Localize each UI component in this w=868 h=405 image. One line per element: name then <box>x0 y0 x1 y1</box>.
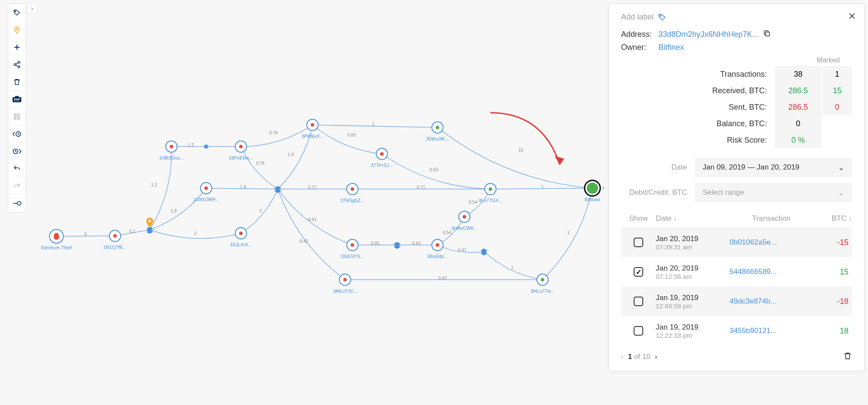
graph-node[interactable]: 1DNU3RP... <box>193 183 219 202</box>
graph-node[interactable]: 16JLXnf... <box>230 228 252 247</box>
stat-row: Received, BTC: 286.5 15 <box>621 82 852 99</box>
svg-text:3Le77GX...: 3Le77GX... <box>478 198 503 203</box>
col-date[interactable]: Date ↓ <box>656 214 730 223</box>
svg-text:0.71: 0.71 <box>417 185 425 190</box>
graph-node[interactable]: 38ojGtp... <box>427 239 448 259</box>
svg-text:38ojGtp...: 38ojGtp... <box>427 254 448 259</box>
graph-node[interactable] <box>394 242 401 249</box>
svg-point-44 <box>148 220 151 222</box>
svg-text:1: 1 <box>372 122 375 127</box>
tx-checkbox[interactable] <box>634 267 643 277</box>
svg-text:3DtbuXK...: 3DtbuXK... <box>426 136 449 141</box>
stat-row: Balance, BTC: 0 <box>621 115 852 132</box>
svg-text:3AEuY32...: 3AEuY32... <box>333 288 357 294</box>
chevron-down-icon: ⌄ <box>838 188 844 197</box>
svg-point-55 <box>239 145 243 148</box>
graph-node[interactable]: 3HLu77w... <box>530 274 554 294</box>
prev-page-button[interactable]: ‹ <box>621 353 624 361</box>
svg-point-70 <box>380 152 384 156</box>
svg-text:37TFrSJ...: 37TFrSJ... <box>371 163 393 168</box>
export-tool[interactable]: EXP <box>8 91 26 108</box>
address-value[interactable]: 33d8Dm2hyJx6NHhHep7K... <box>658 30 759 39</box>
close-icon[interactable] <box>848 12 856 22</box>
svg-text:1: 1 <box>541 185 544 189</box>
col-btc[interactable]: BTC ↓ <box>813 214 852 223</box>
trash-tool[interactable] <box>8 73 26 91</box>
svg-text:Electrum Thief: Electrum Thief <box>41 245 72 250</box>
expand-toolbar-button[interactable]: › <box>27 3 37 14</box>
svg-text:0.76: 0.76 <box>256 161 265 166</box>
stats-table: Marked Transactions: 38 1Received, BTC: … <box>621 56 852 148</box>
svg-text:0.41: 0.41 <box>458 248 467 252</box>
tx-checkbox[interactable] <box>634 297 643 306</box>
graph-node[interactable]: 3P6BjvX... <box>301 119 323 139</box>
date-filter-label: Date <box>621 163 695 172</box>
graph-node[interactable]: 1HBSGvs... <box>159 141 184 160</box>
time-forward-tool[interactable] <box>8 143 26 160</box>
stat-row: Risk Score: 0 % <box>621 132 852 148</box>
svg-text:3P6BjvX...: 3P6BjvX... <box>301 134 323 139</box>
graph-node[interactable]: 33rESYS... <box>341 239 364 259</box>
graph-node[interactable]: 37TFrSJ... <box>371 148 393 168</box>
graph-node[interactable]: 3DtbuXK... <box>426 122 449 141</box>
tag-tool[interactable] <box>8 4 26 21</box>
svg-point-85 <box>541 278 544 281</box>
graph-node[interactable]: Electrum Thief <box>41 229 72 250</box>
svg-point-64 <box>351 243 354 247</box>
svg-rect-6 <box>15 96 19 97</box>
tx-checkbox[interactable] <box>634 238 643 247</box>
range-filter-label: Debit/Credit, BTC <box>621 188 695 197</box>
svg-text:Bitfinex: Bitfinex <box>585 197 601 202</box>
tx-checkbox[interactable] <box>634 326 643 336</box>
svg-point-3 <box>14 63 16 65</box>
tx-hash-link[interactable]: 0b01062a5e... <box>730 238 777 246</box>
tx-hash-link[interactable]: 49dc3e874b... <box>730 297 776 305</box>
add-label-button[interactable]: Add label <box>621 13 852 22</box>
svg-point-61 <box>351 187 354 191</box>
pagination: ‹ 1 of 10 › <box>621 352 852 362</box>
graph-node[interactable]: 19FnEMs... <box>229 141 253 160</box>
share-tool[interactable] <box>8 56 26 73</box>
graph-node[interactable]: 3AEuY32... <box>333 274 357 294</box>
col-tx[interactable]: Transaction <box>730 214 813 223</box>
svg-text:1N1Q7fE...: 1N1Q7fE... <box>103 245 127 250</box>
add-tool[interactable] <box>8 39 26 56</box>
svg-text:1HBSGvs...: 1HBSGvs... <box>159 155 184 160</box>
owner-value[interactable]: Bitfinex <box>658 43 684 52</box>
tx-hash-link[interactable]: 3455b90121... <box>730 327 777 335</box>
svg-text:0.71: 0.71 <box>308 185 317 190</box>
svg-text:1DNU3RP...: 1DNU3RP... <box>193 197 219 202</box>
range-filter-select[interactable]: Select range ⌄ <box>695 183 852 202</box>
date-filter-select[interactable]: Jan 09, 2019 — Jan 20, 2019 ⌄ <box>695 158 852 177</box>
add-label-text: Add label <box>621 13 654 22</box>
svg-text:0.54: 0.54 <box>469 200 477 205</box>
tx-hash-link[interactable]: 5448666589... <box>730 268 777 276</box>
redo-tool[interactable] <box>8 177 26 195</box>
svg-text:1.8: 1.8 <box>171 209 177 213</box>
graph-node[interactable]: 37HSg5Z... <box>340 183 365 203</box>
svg-text:2: 2 <box>194 231 197 236</box>
details-panel: Add label Address: 33d8Dm2hyJx6NHhHep7K.… <box>608 3 865 371</box>
graph-node[interactable] <box>480 248 487 255</box>
svg-point-4 <box>18 66 20 68</box>
svg-text:0.42: 0.42 <box>299 239 308 244</box>
svg-text:1: 1 <box>567 230 570 235</box>
svg-point-52 <box>239 232 243 235</box>
graph-node[interactable]: $+Bitfinex <box>585 180 605 202</box>
save-tool[interactable] <box>8 108 26 125</box>
stat-row: Sent, BTC: 286.5 0 <box>621 99 852 115</box>
copy-icon[interactable] <box>763 29 771 39</box>
graph-node[interactable]: 3Le77GX... <box>478 183 503 203</box>
search-tool[interactable] <box>8 195 26 212</box>
trash-icon[interactable] <box>843 352 852 362</box>
svg-point-92 <box>660 15 661 16</box>
graph-node[interactable]: 1N1Q7fE... <box>103 230 127 250</box>
undo-tool[interactable] <box>8 160 26 177</box>
svg-text:19FnEMs...: 19FnEMs... <box>229 155 253 160</box>
svg-text:1.2: 1.2 <box>151 183 157 187</box>
time-back-tool[interactable] <box>8 125 26 143</box>
graph-node[interactable]: 3HAcCW6... <box>451 211 478 231</box>
marked-header: Marked <box>817 56 840 64</box>
next-page-button[interactable]: › <box>655 353 658 361</box>
pin-tool[interactable] <box>8 21 26 39</box>
